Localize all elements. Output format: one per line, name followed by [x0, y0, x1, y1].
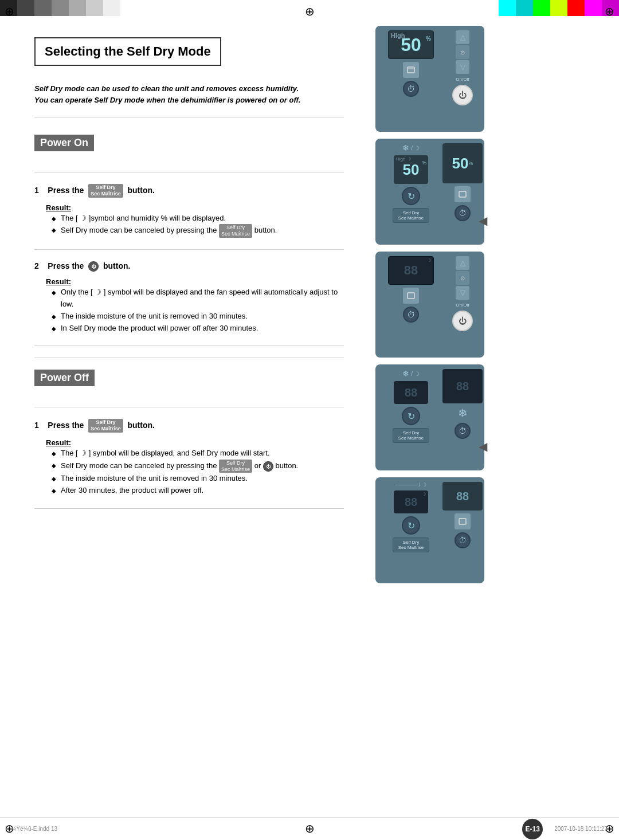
result-list: The [ ☽ ] symbol will be displayed, and … — [52, 448, 344, 497]
nav-buttons: △ ⊙ ▽ — [456, 256, 469, 300]
main-content: Selecting the Self Dry Mode Self Dry mod… — [0, 20, 367, 817]
percent: % — [422, 160, 426, 166]
right-display: 50 % — [442, 143, 483, 183]
device-diagram-2: ❄ / ☽ High ☽ 50 % ↻ Self Dry Sec Maîtris… — [375, 139, 484, 245]
circular-button[interactable]: ↻ — [402, 407, 420, 425]
sec-maitrise-label: Sec Maîtrise — [397, 435, 425, 441]
device-left: ────── / ☽ ☽ 88 ↻ Self Dry Sec Maîtrise — [380, 482, 442, 579]
color-swatch-red — [567, 0, 585, 16]
self-dry-btn[interactable]: Self Dry Sec Maîtrise — [393, 208, 429, 223]
bottom-bar: ¼Ÿë¼û-E.indd 13 E-13 2007-10-18 10:11:27 — [0, 817, 619, 840]
fan-button[interactable]: ⊙ — [456, 45, 469, 59]
onoff-button-inline: ⏻ — [88, 261, 99, 272]
step1-number: 1 Press the Self DrySec Maîtrise button. — [34, 184, 344, 198]
sym: ☽ — [422, 492, 426, 497]
section-divider — [34, 508, 344, 509]
tank-button[interactable] — [403, 62, 419, 78]
right-dark-display: 88 — [442, 369, 483, 403]
section-divider — [34, 358, 344, 358]
device-right: 88 ⏱ — [445, 482, 480, 579]
timer-button[interactable]: ⏱ — [403, 81, 419, 97]
device-left: High 50 % ⏱ — [380, 30, 442, 127]
top-icons: ────── / ☽ — [395, 482, 426, 488]
device-diagram-3: ☽ 88 ⏱ △ ⊙ — [375, 252, 484, 358]
cancel-btn1-inline: Self DrySec Maîtrise — [219, 460, 252, 473]
power-off-section: Power Off 1 Press the Self DrySec Maîtri… — [34, 370, 344, 497]
color-swatch-magenta — [585, 0, 602, 16]
circular-button[interactable]: ↻ — [402, 516, 420, 535]
registration-mark-tr: ⊕ — [605, 5, 614, 18]
result-item: The [ ☽ ]symbol and humidity % will be d… — [52, 213, 344, 225]
color-swatch — [103, 0, 120, 16]
svg-rect-3 — [408, 293, 414, 299]
timer-button[interactable]: ⏱ — [455, 423, 471, 439]
result-label: Result: — [46, 203, 71, 212]
self-dry-label: Self Dry — [397, 540, 425, 545]
right-display-value: 50 — [452, 155, 469, 172]
device-left: ☽ 88 ⏱ — [380, 256, 442, 353]
right-val: 88 — [456, 490, 469, 503]
circular-button[interactable]: ↻ — [402, 187, 420, 205]
pointer-arrow: ◀ — [479, 439, 487, 453]
onoff-label: On/Off — [456, 77, 469, 82]
title-box: Selecting the Self Dry Mode — [34, 37, 221, 66]
device-right: 88 ❄ ⏱ — [445, 369, 480, 466]
self-dry-label: Self Dry — [397, 210, 425, 215]
power-button[interactable]: ⏻ — [452, 311, 473, 331]
result-item: After 30 minutes, the product will power… — [52, 485, 344, 497]
fan-button[interactable]: ⊙ — [456, 271, 469, 285]
tank-button[interactable] — [403, 288, 419, 304]
intro-line1: Self Dry mode can be used to clean the u… — [34, 83, 344, 95]
timer-button[interactable]: ⏱ — [403, 307, 419, 323]
top-text: ────── / ☽ — [395, 482, 426, 488]
tank-button[interactable] — [455, 513, 471, 529]
up-button[interactable]: △ — [456, 256, 469, 270]
down-button[interactable]: ▽ — [456, 60, 469, 74]
snowflake-icon: ❄ — [458, 406, 468, 420]
sec-maitrise-label: Sec Maîtrise — [397, 545, 425, 550]
page-number: E-13 — [522, 819, 543, 839]
right-display-3: 88 — [442, 482, 483, 511]
timer-button[interactable]: ⏱ — [455, 532, 471, 548]
result-list: Only the [ ☽ ] symbol will be displayed … — [52, 286, 344, 334]
device-right: △ ⊙ ▽ On/Off ⏻ — [445, 256, 480, 353]
color-swatch — [516, 0, 533, 16]
device-left: ❄ / ☽ High ☽ 50 % ↻ Self Dry Sec Maîtris… — [380, 143, 442, 240]
result-item: The [ ☽ ] symbol will be displayed, and … — [52, 448, 344, 460]
down-button[interactable]: ▽ — [456, 286, 469, 300]
svg-rect-2 — [459, 191, 466, 197]
step1-result: Result: The [ ☽ ]symbol and humidity % w… — [46, 202, 344, 238]
timer-button[interactable]: ⏱ — [455, 205, 471, 221]
intro-line2: You can operate Self Dry mode when the d… — [34, 95, 344, 106]
step1-result: Result: The [ ☽ ] symbol will be display… — [46, 437, 344, 497]
device-right: 50 % ⏱ — [445, 143, 480, 240]
color-swatch — [550, 0, 567, 16]
dark-display: ☽ 88 — [388, 256, 434, 285]
display-dashes: 88 — [404, 263, 418, 278]
power-off-step1: 1 Press the Self DrySec Maîtrise button.… — [34, 419, 344, 497]
power-off-heading: Power Off — [34, 370, 95, 386]
self-dry-btn[interactable]: Self Dry Sec Maîtrise — [393, 428, 429, 443]
display-screen: High 50 % — [388, 30, 434, 59]
color-swatch-cyan — [499, 0, 516, 16]
result-item: The inside moisture of the unit is remov… — [52, 311, 344, 323]
tank-button[interactable] — [455, 186, 471, 202]
file-info: ¼Ÿë¼û-E.indd 13 — [11, 826, 57, 832]
dark-display-3: ☽ 88 — [394, 490, 428, 513]
display-screen-2: High ☽ 50 % — [394, 155, 428, 184]
right-percent: % — [468, 160, 473, 166]
power-on-heading: Power On — [34, 135, 94, 151]
color-swatch — [52, 0, 69, 16]
date-info: 2007-10-18 10:11:27 — [554, 826, 608, 832]
pointer-arrow: ◀ — [479, 214, 487, 227]
registration-mark-tc: ⊕ — [305, 5, 315, 18]
sym-icon: ☽ — [427, 258, 431, 263]
result-item: The inside moisture of the unit is remov… — [52, 473, 344, 485]
self-dry-btn[interactable]: Self Dry Sec Maîtrise — [393, 537, 429, 552]
color-swatch — [69, 0, 86, 16]
up-button[interactable]: △ — [456, 30, 469, 44]
nav-buttons: △ ⊙ ▽ — [456, 30, 469, 74]
power-button[interactable]: ⏻ — [452, 85, 473, 105]
onoff-label: On/Off — [456, 303, 469, 308]
cancel-btn2-inline: ⏻ — [263, 461, 273, 472]
